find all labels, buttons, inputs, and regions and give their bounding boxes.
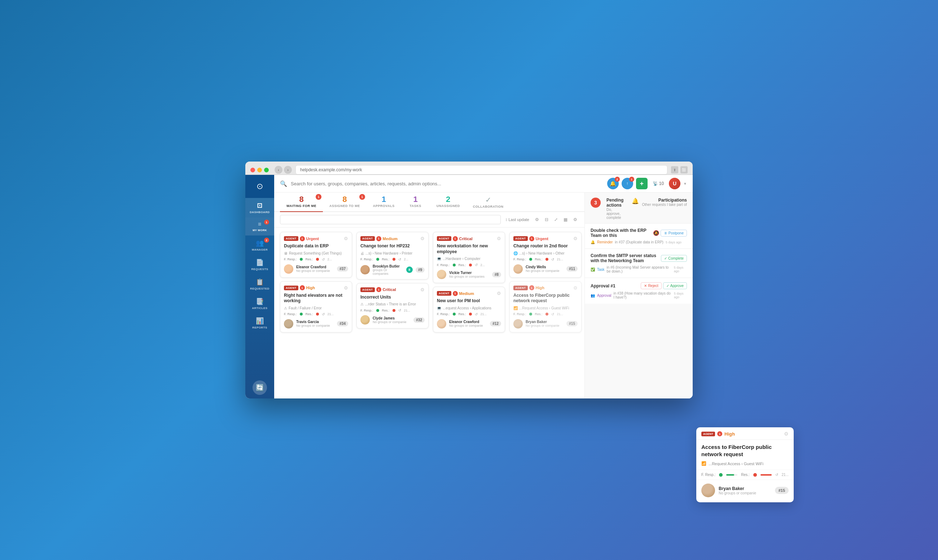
approvals-label: APPROVALS [373, 204, 395, 208]
panel-pending-section: Pending actions Do, approve, complete [607, 198, 626, 220]
kanban-card-2[interactable]: AGENT 1 Medium ⚙ Change toner for HP232 … [356, 232, 428, 280]
sidebar-item-mywork[interactable]: 1 ≡ MY WORK [245, 217, 274, 235]
tab-collaboration[interactable]: ✓ COLLABORATION [467, 192, 510, 211]
pending-title: Pending actions [607, 198, 626, 208]
floating-popup[interactable]: AGENT 1 High ⚙ Access to FiberCorp publi… [696, 427, 794, 502]
duplicate-button[interactable]: ⬜ [681, 166, 688, 174]
complete-button[interactable]: ✓ Complete [661, 255, 687, 262]
maximize-button[interactable] [264, 168, 269, 172]
search-icon[interactable]: 🔍 [280, 180, 287, 187]
agent-badge: AGENT [360, 236, 375, 241]
user-name: Brooklyn Butler [373, 264, 404, 268]
filter-button[interactable]: ⚙ [534, 215, 541, 223]
sidebar-item-requested[interactable]: 📋 REQUESTED [245, 274, 274, 294]
card-settings-icon[interactable]: ⚙ [573, 236, 578, 241]
nav-arrows: ‹ › [274, 166, 292, 174]
card-meta: F. Resp.: Res.: ↺ 21... [360, 308, 425, 312]
panel-item-actions: 🔕 ⏸ Postpone [653, 230, 687, 237]
sort-button[interactable]: ↕ Last update [504, 215, 531, 223]
tab-assigned[interactable]: 1 8 ASSIGNED TO ME [323, 192, 367, 211]
share-button[interactable]: ⬆ [671, 166, 678, 174]
kanban-card-1[interactable]: AGENT 1 Urgent ⚙ Duplicate data in ERP 🖥… [280, 232, 352, 278]
card-settings-icon[interactable]: ⚙ [420, 236, 425, 241]
search-input[interactable] [291, 181, 604, 186]
agent-num: 1 [529, 285, 534, 290]
close-button[interactable] [250, 168, 255, 172]
tab-tasks[interactable]: 1 TASKS [401, 192, 430, 211]
card-path: ⚠ ...rder Status › There is an Error [360, 302, 425, 306]
reject-button[interactable]: ✕ Reject [641, 282, 661, 289]
user-avatar-ec [284, 264, 293, 274]
card-settings-icon[interactable]: ⚙ [573, 285, 578, 291]
sidebar-item-articles[interactable]: 📑 ARTICLES [245, 294, 274, 313]
address-bar[interactable]: helpdesk.example.com/my-work [296, 165, 667, 174]
kanban-card-5[interactable]: AGENT 1 High ⚙ Right hand elevators are … [280, 281, 352, 332]
popup-path-icon: 📶 [701, 461, 706, 466]
card-settings-icon[interactable]: ⚙ [497, 291, 501, 296]
tab-unassigned[interactable]: 2 UNASSIGNED [430, 192, 467, 211]
postpone-icon: ⏸ [664, 231, 667, 235]
kanban-card-7[interactable]: AGENT 1 Medium ⚙ New user for PM tool 💻 … [433, 287, 505, 332]
ticket-id: #34 [337, 321, 348, 326]
ticket-id: #8 [492, 272, 501, 277]
user-avatar[interactable]: U [669, 178, 681, 189]
collaboration-check-icon: ✓ [485, 195, 491, 204]
tab-waiting[interactable]: 1 8 WAITING FOR ME [280, 192, 323, 212]
kanban-col-1: AGENT 1 Urgent ⚙ Duplicate data in ERP 🖥… [280, 232, 352, 394]
ticket-id: #32 [413, 317, 425, 323]
refresh-icon: ↺ [322, 257, 325, 262]
sync-button[interactable]: ↑ 1 [622, 178, 633, 189]
card-settings-icon[interactable]: ⚙ [420, 287, 425, 292]
group-button[interactable]: ⊟ [543, 215, 550, 223]
user-name: Travis Garcia [296, 320, 334, 324]
card-title: Incorrect Units [360, 295, 425, 300]
card-settings-icon[interactable]: ⚙ [497, 236, 501, 241]
card-settings-icon[interactable]: ⚙ [344, 285, 348, 291]
tab-approvals[interactable]: 1 APPROVALS [367, 192, 401, 211]
sidebar-item-dashboard[interactable]: ⊡ DASHBOARD [245, 198, 274, 217]
teal-badge: 8 [406, 266, 413, 273]
waiting-badge: 1 [316, 194, 322, 200]
approve-button[interactable]: ✓ Approve [663, 282, 687, 289]
kanban-card-3[interactable]: AGENT 1 Critical ⚙ New workstation for n… [433, 232, 505, 283]
participations-title: Participations [642, 198, 687, 203]
kanban-card-6[interactable]: AGENT 1 Critical ⚙ Incorrect Units ⚠ ...… [356, 283, 428, 329]
user-sub: No groups or companie [449, 324, 487, 328]
ticket-id: #12 [490, 321, 501, 326]
expand-button[interactable]: ⤢ [553, 215, 559, 223]
bell-icon: 🔔 [632, 198, 639, 205]
add-button[interactable]: + [636, 178, 648, 189]
kanban-search-input[interactable] [280, 215, 501, 224]
grid-button[interactable]: ▦ [562, 215, 569, 223]
back-button[interactable]: ‹ [274, 166, 282, 174]
popup-settings-icon[interactable]: ⚙ [784, 431, 789, 437]
sidebar-item-manager[interactable]: 2 👥 MANAGER [245, 235, 274, 255]
kanban-col-4: AGENT 1 Urgent ⚙ Change router in 2nd fl… [510, 232, 582, 394]
kanban-card-8[interactable]: AGENT 1 High ⚙ Access to FiberCorp publi… [510, 281, 582, 332]
notifications-button[interactable]: 🔔 2 [607, 178, 619, 189]
kanban-toolbar: ↕ Last update ⚙ ⊟ ⤢ ▦ ⚙ [274, 212, 584, 228]
card-title: Change router in 2nd floor [513, 243, 578, 249]
waiting-label: WAITING FOR ME [286, 204, 316, 208]
minimize-button[interactable] [257, 168, 262, 172]
panel-item-title: Double check with the ERP Team on this [591, 228, 650, 238]
popup-avatar [701, 483, 715, 497]
user-avatar-tg [284, 319, 293, 329]
chevron-down-icon[interactable]: ▼ [683, 182, 687, 186]
forward-button[interactable]: › [284, 166, 292, 174]
card-meta: F. Resp.: Res.: ↺ 2... [360, 257, 425, 262]
kanban-col-3: AGENT 1 Critical ⚙ New workstation for n… [433, 232, 505, 394]
path-icon: 🖨 [360, 251, 364, 255]
settings-button[interactable]: ⚙ [572, 215, 579, 223]
card-settings-icon[interactable]: ⚙ [344, 236, 348, 241]
kanban-area: 1 8 WAITING FOR ME 1 8 ASSIGNED TO ME 1 … [274, 192, 584, 398]
panel-item-header: Confirm the SMTP server status with the … [591, 253, 687, 263]
card-title: Duplicate data in ERP [284, 243, 348, 249]
user-avatar-cw [513, 264, 523, 274]
kanban-card-4[interactable]: AGENT 1 Urgent ⚙ Change router in 2nd fl… [510, 232, 582, 278]
postpone-button[interactable]: ⏸ Postpone [661, 230, 687, 237]
sidebar-item-reports[interactable]: 📊 REPORTS [245, 313, 274, 333]
sidebar-item-requests[interactable]: 📄 REQUESTS [245, 255, 274, 274]
user-sub: No groups or companie [373, 320, 411, 324]
ticket-id: #11 [567, 266, 578, 272]
